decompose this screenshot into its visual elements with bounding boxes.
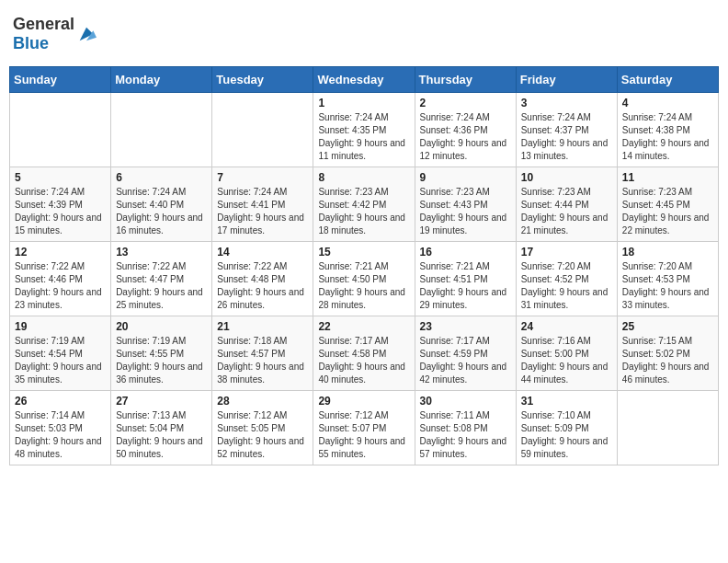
- day-info: Sunrise: 7:24 AM Sunset: 4:37 PM Dayligh…: [521, 111, 612, 163]
- day-number: 17: [521, 246, 612, 259]
- calendar-cell: 14Sunrise: 7:22 AM Sunset: 4:48 PM Dayli…: [212, 242, 313, 316]
- calendar-cell: 8Sunrise: 7:23 AM Sunset: 4:42 PM Daylig…: [313, 167, 415, 242]
- calendar-cell: 25Sunrise: 7:15 AM Sunset: 5:02 PM Dayli…: [617, 316, 718, 391]
- day-number: 21: [217, 320, 308, 333]
- day-info: Sunrise: 7:23 AM Sunset: 4:45 PM Dayligh…: [622, 186, 713, 237]
- calendar-cell: 12Sunrise: 7:22 AM Sunset: 4:46 PM Dayli…: [10, 242, 111, 316]
- day-info: Sunrise: 7:19 AM Sunset: 4:55 PM Dayligh…: [116, 335, 207, 386]
- calendar-cell: 16Sunrise: 7:21 AM Sunset: 4:51 PM Dayli…: [415, 242, 516, 316]
- weekday-header: Saturday: [617, 67, 718, 93]
- logo-blue: Blue: [13, 34, 49, 52]
- day-number: 31: [521, 395, 612, 408]
- day-info: Sunrise: 7:10 AM Sunset: 5:09 PM Dayligh…: [521, 409, 612, 461]
- day-number: 26: [15, 395, 106, 408]
- calendar-cell: 19Sunrise: 7:19 AM Sunset: 4:54 PM Dayli…: [10, 316, 111, 391]
- day-info: Sunrise: 7:22 AM Sunset: 4:48 PM Dayligh…: [217, 260, 308, 312]
- day-number: 3: [521, 97, 612, 109]
- day-info: Sunrise: 7:24 AM Sunset: 4:35 PM Dayligh…: [318, 111, 409, 163]
- day-number: 18: [622, 246, 713, 259]
- calendar-cell: 21Sunrise: 7:18 AM Sunset: 4:57 PM Dayli…: [212, 316, 313, 391]
- weekday-header: Thursday: [415, 67, 516, 93]
- calendar-cell: [111, 93, 212, 167]
- calendar-cell: 4Sunrise: 7:24 AM Sunset: 4:38 PM Daylig…: [617, 93, 718, 167]
- day-info: Sunrise: 7:24 AM Sunset: 4:41 PM Dayligh…: [217, 186, 308, 237]
- day-number: 24: [521, 320, 612, 333]
- weekday-header: Sunday: [10, 67, 111, 93]
- calendar-cell: 11Sunrise: 7:23 AM Sunset: 4:45 PM Dayli…: [617, 167, 718, 242]
- day-info: Sunrise: 7:19 AM Sunset: 4:54 PM Dayligh…: [15, 335, 106, 386]
- calendar-cell: 7Sunrise: 7:24 AM Sunset: 4:41 PM Daylig…: [212, 167, 313, 242]
- calendar-cell: 17Sunrise: 7:20 AM Sunset: 4:52 PM Dayli…: [516, 242, 617, 316]
- calendar-cell: 27Sunrise: 7:13 AM Sunset: 5:04 PM Dayli…: [111, 391, 212, 465]
- calendar-cell: 18Sunrise: 7:20 AM Sunset: 4:53 PM Dayli…: [617, 242, 718, 316]
- day-number: 19: [15, 320, 106, 333]
- calendar-week-row: 5Sunrise: 7:24 AM Sunset: 4:39 PM Daylig…: [10, 167, 719, 242]
- day-info: Sunrise: 7:21 AM Sunset: 4:50 PM Dayligh…: [318, 260, 409, 312]
- day-number: 6: [116, 171, 207, 184]
- day-number: 27: [116, 395, 207, 408]
- logo-general: General: [13, 15, 74, 33]
- calendar-cell: 24Sunrise: 7:16 AM Sunset: 5:00 PM Dayli…: [516, 316, 617, 391]
- day-info: Sunrise: 7:22 AM Sunset: 4:47 PM Dayligh…: [116, 260, 207, 312]
- calendar-cell: [617, 391, 718, 465]
- day-number: 23: [420, 320, 511, 333]
- day-info: Sunrise: 7:12 AM Sunset: 5:07 PM Dayligh…: [318, 409, 409, 461]
- calendar-week-row: 12Sunrise: 7:22 AM Sunset: 4:46 PM Dayli…: [10, 242, 719, 316]
- weekday-header: Friday: [516, 67, 617, 93]
- day-number: 22: [318, 320, 409, 333]
- day-number: 12: [15, 246, 106, 259]
- day-info: Sunrise: 7:23 AM Sunset: 4:44 PM Dayligh…: [521, 186, 612, 237]
- calendar-cell: 9Sunrise: 7:23 AM Sunset: 4:43 PM Daylig…: [415, 167, 516, 242]
- day-info: Sunrise: 7:24 AM Sunset: 4:39 PM Dayligh…: [15, 186, 106, 237]
- day-info: Sunrise: 7:23 AM Sunset: 4:42 PM Dayligh…: [318, 186, 409, 237]
- day-number: 28: [217, 395, 308, 408]
- calendar-cell: 15Sunrise: 7:21 AM Sunset: 4:50 PM Dayli…: [313, 242, 415, 316]
- calendar-cell: 26Sunrise: 7:14 AM Sunset: 5:03 PM Dayli…: [10, 391, 111, 465]
- calendar-cell: [10, 93, 111, 167]
- day-number: 11: [622, 171, 713, 184]
- calendar-cell: 2Sunrise: 7:24 AM Sunset: 4:36 PM Daylig…: [415, 93, 516, 167]
- day-info: Sunrise: 7:22 AM Sunset: 4:46 PM Dayligh…: [15, 260, 106, 312]
- day-number: 29: [318, 395, 409, 408]
- day-info: Sunrise: 7:23 AM Sunset: 4:43 PM Dayligh…: [420, 186, 511, 237]
- day-info: Sunrise: 7:13 AM Sunset: 5:04 PM Dayligh…: [116, 409, 207, 461]
- day-info: Sunrise: 7:24 AM Sunset: 4:36 PM Dayligh…: [420, 111, 511, 163]
- day-number: 13: [116, 246, 207, 259]
- calendar-cell: 1Sunrise: 7:24 AM Sunset: 4:35 PM Daylig…: [313, 93, 415, 167]
- calendar-cell: 6Sunrise: 7:24 AM Sunset: 4:40 PM Daylig…: [111, 167, 212, 242]
- day-info: Sunrise: 7:16 AM Sunset: 5:00 PM Dayligh…: [521, 335, 612, 386]
- day-number: 15: [318, 246, 409, 259]
- day-number: 20: [116, 320, 207, 333]
- day-number: 10: [521, 171, 612, 184]
- calendar-cell: 30Sunrise: 7:11 AM Sunset: 5:08 PM Dayli…: [415, 391, 516, 465]
- day-number: 7: [217, 171, 308, 184]
- logo-text: General Blue: [13, 15, 74, 53]
- weekday-header: Monday: [111, 67, 212, 93]
- day-number: 1: [318, 97, 409, 109]
- calendar-cell: 31Sunrise: 7:10 AM Sunset: 5:09 PM Dayli…: [516, 391, 617, 465]
- day-info: Sunrise: 7:20 AM Sunset: 4:53 PM Dayligh…: [622, 260, 713, 312]
- weekday-header: Wednesday: [313, 67, 415, 93]
- calendar-cell: 10Sunrise: 7:23 AM Sunset: 4:44 PM Dayli…: [516, 167, 617, 242]
- day-number: 5: [15, 171, 106, 184]
- calendar-week-row: 19Sunrise: 7:19 AM Sunset: 4:54 PM Dayli…: [10, 316, 719, 391]
- calendar-cell: 13Sunrise: 7:22 AM Sunset: 4:47 PM Dayli…: [111, 242, 212, 316]
- page-header: General Blue: [9, 9, 719, 59]
- day-number: 14: [217, 246, 308, 259]
- day-info: Sunrise: 7:17 AM Sunset: 4:59 PM Dayligh…: [420, 335, 511, 386]
- calendar-cell: 23Sunrise: 7:17 AM Sunset: 4:59 PM Dayli…: [415, 316, 516, 391]
- calendar-table: SundayMondayTuesdayWednesdayThursdayFrid…: [9, 66, 719, 465]
- calendar-cell: 5Sunrise: 7:24 AM Sunset: 4:39 PM Daylig…: [10, 167, 111, 242]
- day-info: Sunrise: 7:24 AM Sunset: 4:40 PM Dayligh…: [116, 186, 207, 237]
- day-number: 16: [420, 246, 511, 259]
- calendar-week-row: 1Sunrise: 7:24 AM Sunset: 4:35 PM Daylig…: [10, 93, 719, 167]
- calendar-cell: 20Sunrise: 7:19 AM Sunset: 4:55 PM Dayli…: [111, 316, 212, 391]
- day-info: Sunrise: 7:17 AM Sunset: 4:58 PM Dayligh…: [318, 335, 409, 386]
- day-number: 8: [318, 171, 409, 184]
- logo-icon: [76, 24, 97, 44]
- weekday-header: Tuesday: [212, 67, 313, 93]
- day-info: Sunrise: 7:12 AM Sunset: 5:05 PM Dayligh…: [217, 409, 308, 461]
- day-number: 9: [420, 171, 511, 184]
- weekday-header-row: SundayMondayTuesdayWednesdayThursdayFrid…: [10, 67, 719, 93]
- day-info: Sunrise: 7:24 AM Sunset: 4:38 PM Dayligh…: [622, 111, 713, 163]
